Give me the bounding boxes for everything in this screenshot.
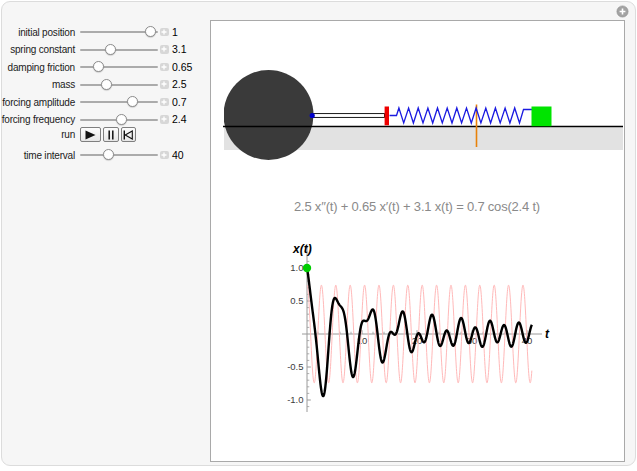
open-input-field-button[interactable] bbox=[160, 151, 169, 160]
plus-icon bbox=[161, 64, 167, 70]
slider-thumb[interactable] bbox=[103, 149, 114, 160]
plus-icon bbox=[161, 81, 167, 87]
slider-label: forcing amplitude bbox=[0, 94, 75, 111]
slider-thumb[interactable] bbox=[127, 96, 138, 107]
slider-value: 1 bbox=[172, 24, 178, 41]
plus-icon bbox=[161, 152, 167, 158]
time-interval-slider[interactable] bbox=[80, 154, 158, 156]
slider-row-mass: mass 2.5 bbox=[0, 76, 205, 93]
slider-row-initial-position: initial position 1 bbox=[0, 24, 205, 41]
crank-pin bbox=[310, 113, 315, 118]
x-axis-tick-label: -1.0 bbox=[287, 394, 303, 405]
slider-label: forcing frequency bbox=[0, 111, 75, 128]
forcing-frequency-slider[interactable] bbox=[80, 119, 158, 121]
slider-label: spring constant bbox=[0, 41, 75, 58]
x-axis-tick-label: 0.5 bbox=[290, 295, 303, 306]
damping-friction-slider[interactable] bbox=[80, 66, 158, 68]
slider-thumb[interactable] bbox=[145, 26, 156, 37]
slider-value: 2.5 bbox=[172, 76, 187, 93]
slider-thumb[interactable] bbox=[93, 61, 104, 72]
mass-slider[interactable] bbox=[80, 84, 158, 86]
y-axis-label: x(t) bbox=[292, 242, 312, 256]
plus-icon bbox=[161, 116, 167, 122]
open-input-field-button[interactable] bbox=[160, 80, 169, 89]
spring-constant-slider[interactable] bbox=[80, 49, 158, 51]
slider-value: 2.4 bbox=[172, 111, 187, 128]
plus-circle-icon bbox=[616, 5, 629, 18]
slider-row-damping-friction: damping friction 0.65 bbox=[0, 59, 205, 76]
slider-row-forcing-amplitude: forcing amplitude 0.7 bbox=[0, 94, 205, 111]
play-icon bbox=[85, 130, 96, 140]
slider-thumb[interactable] bbox=[101, 79, 112, 90]
pause-icon bbox=[107, 130, 115, 140]
initial-position-marker bbox=[303, 264, 311, 272]
manipulate-options-button[interactable] bbox=[616, 4, 629, 17]
open-input-field-button[interactable] bbox=[160, 45, 169, 54]
oscillator-graphics: 102030401.00.5-0.5-1.0x(t)t bbox=[210, 20, 625, 462]
slider-thumb[interactable] bbox=[105, 44, 116, 55]
animation-buttons bbox=[80, 127, 136, 142]
slider-value: 3.1 bbox=[172, 41, 187, 58]
open-input-field-button[interactable] bbox=[160, 98, 169, 107]
open-input-field-button[interactable] bbox=[160, 28, 169, 37]
reset-button[interactable] bbox=[121, 127, 136, 142]
spring bbox=[390, 108, 539, 123]
open-input-field-button[interactable] bbox=[160, 115, 169, 124]
slider-label: initial position bbox=[0, 24, 75, 41]
solution-plot: 102030401.00.5-0.5-1.0x(t)t bbox=[287, 242, 550, 412]
drive-wheel bbox=[224, 70, 314, 160]
connecting-rod bbox=[312, 114, 385, 118]
skip-to-start-icon bbox=[123, 130, 134, 140]
slider-row-spring-constant: spring constant 3.1 bbox=[0, 41, 205, 58]
run-label: run bbox=[0, 127, 75, 142]
plus-icon bbox=[161, 46, 167, 52]
run-controls-row: run bbox=[0, 127, 205, 143]
mass-block bbox=[532, 107, 552, 127]
slider-label: damping friction bbox=[0, 59, 75, 76]
x-axis-tick-label: -0.5 bbox=[287, 361, 303, 372]
slider-value: 40 bbox=[172, 147, 184, 164]
app-window: { "window": { "bg": "#f6f6f6", "border":… bbox=[0, 0, 637, 471]
slider-value: 0.65 bbox=[172, 59, 192, 76]
forcing-amplitude-slider[interactable] bbox=[80, 101, 158, 103]
slider-value: 0.7 bbox=[172, 94, 187, 111]
slider-label: time interval bbox=[0, 147, 75, 164]
spring-anchor bbox=[385, 107, 389, 126]
slider-label: mass bbox=[0, 76, 75, 93]
play-button[interactable] bbox=[80, 127, 101, 142]
plus-icon bbox=[161, 99, 167, 105]
initial-position-slider[interactable] bbox=[80, 31, 158, 33]
spring-diagram bbox=[223, 70, 623, 160]
x-axis-label: t bbox=[545, 327, 550, 341]
slider-row-forcing-frequency: forcing frequency 2.4 bbox=[0, 111, 205, 128]
pause-button[interactable] bbox=[103, 127, 119, 142]
open-input-field-button[interactable] bbox=[160, 63, 169, 72]
slider-thumb[interactable] bbox=[116, 114, 127, 125]
slider-row-time-interval: time interval 40 bbox=[0, 147, 205, 164]
x-axis-tick-label: 1.0 bbox=[290, 262, 303, 273]
plus-icon bbox=[161, 29, 167, 35]
